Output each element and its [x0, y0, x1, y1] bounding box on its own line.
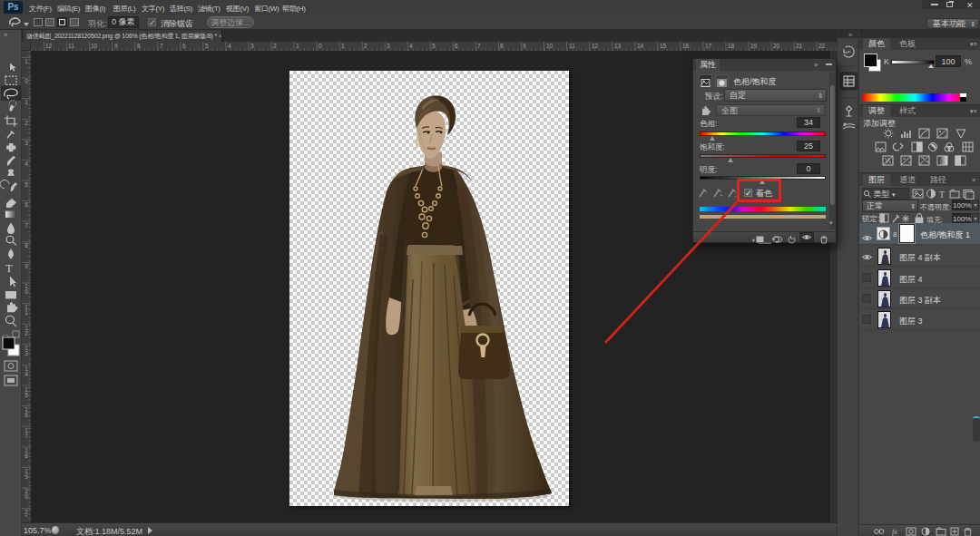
svg-text:4: 4 — [24, 161, 28, 167]
svg-text:0: 0 — [24, 78, 28, 84]
svg-text:21: 21 — [796, 43, 803, 49]
svg-text:19: 19 — [750, 43, 758, 49]
svg-text:1: 1 — [24, 99, 28, 105]
svg-text:19: 19 — [24, 468, 28, 480]
svg-text:T: T — [939, 190, 945, 200]
svg-text:5: 5 — [205, 43, 209, 49]
svg-text:2: 2 — [273, 43, 277, 49]
svg-text:17: 17 — [705, 43, 712, 49]
svg-text:12: 12 — [45, 43, 53, 49]
svg-text:21: 21 — [24, 509, 28, 517]
svg-text:15: 15 — [660, 43, 667, 49]
svg-text:11: 11 — [569, 43, 575, 49]
svg-text:11: 11 — [24, 304, 28, 316]
svg-text:2: 2 — [24, 120, 28, 126]
svg-text:7: 7 — [160, 43, 163, 49]
svg-text:17: 17 — [24, 427, 28, 439]
svg-text:8: 8 — [137, 43, 141, 49]
svg-text:5: 5 — [24, 181, 28, 188]
svg-text:8: 8 — [24, 242, 28, 249]
svg-text:3: 3 — [250, 43, 254, 49]
svg-text:6: 6 — [182, 43, 186, 49]
svg-text:10: 10 — [91, 43, 98, 49]
svg-text:7: 7 — [477, 43, 481, 49]
svg-text:T: T — [5, 262, 13, 274]
svg-text:10: 10 — [546, 43, 554, 49]
svg-text:22: 22 — [818, 43, 826, 49]
svg-text:9: 9 — [114, 43, 118, 49]
svg-text:12: 12 — [592, 43, 599, 49]
svg-text:18: 18 — [728, 43, 735, 49]
svg-text:9: 9 — [523, 43, 526, 49]
svg-text:1: 1 — [24, 58, 28, 64]
svg-text:11: 11 — [68, 43, 74, 49]
svg-text:7: 7 — [24, 222, 28, 229]
svg-text:9: 9 — [24, 263, 28, 269]
svg-text:4: 4 — [228, 43, 231, 49]
svg-text:4: 4 — [409, 43, 413, 49]
svg-text:14: 14 — [24, 365, 28, 377]
svg-text:20: 20 — [24, 488, 28, 500]
svg-text:3: 3 — [24, 140, 28, 146]
svg-text:14: 14 — [637, 43, 644, 49]
svg-text:15: 15 — [24, 386, 28, 398]
svg-text:fx: fx — [892, 528, 897, 536]
svg-text:16: 16 — [24, 406, 28, 418]
svg-text:+: + — [720, 192, 723, 199]
svg-text:»: » — [4, 31, 8, 39]
svg-text:13: 13 — [24, 345, 28, 356]
svg-text:12: 12 — [24, 325, 28, 336]
svg-text:8: 8 — [500, 43, 504, 49]
svg-text:2: 2 — [364, 43, 368, 49]
svg-text:5: 5 — [432, 43, 436, 49]
svg-text:16: 16 — [682, 43, 690, 49]
svg-text:18: 18 — [24, 447, 28, 459]
svg-text:1: 1 — [341, 43, 345, 49]
svg-text:6: 6 — [455, 43, 458, 49]
svg-text:1: 1 — [296, 43, 299, 49]
svg-text:20: 20 — [773, 43, 780, 49]
svg-text:6: 6 — [24, 201, 28, 208]
svg-text:0: 0 — [318, 43, 322, 49]
svg-text:13: 13 — [614, 43, 622, 49]
svg-text:10: 10 — [24, 283, 28, 295]
svg-text:3: 3 — [387, 43, 390, 49]
